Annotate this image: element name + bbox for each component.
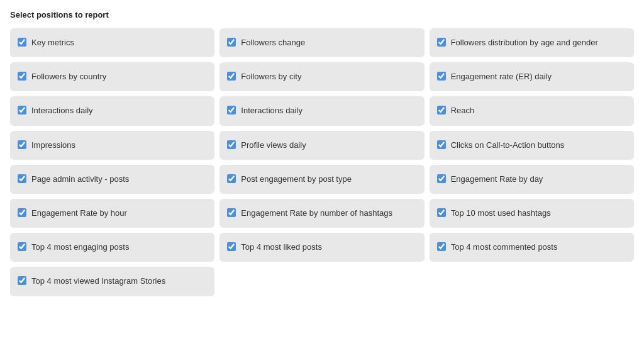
- label-top-4-stories: Top 4 most viewed Instagram Stories: [31, 276, 165, 287]
- checkbox-item-top-10-hashtags[interactable]: Top 10 most used hashtags: [430, 199, 634, 228]
- label-followers-by-country: Followers by country: [31, 71, 106, 82]
- checkbox-item-impressions[interactable]: Impressions: [10, 131, 214, 160]
- checkbox-clicks-cta[interactable]: [437, 140, 446, 149]
- page-title: Select positions to report: [10, 10, 634, 20]
- checkbox-top-4-commented[interactable]: [437, 242, 446, 251]
- checkbox-engagement-rate-daily[interactable]: [437, 72, 446, 81]
- checkbox-item-key-metrics[interactable]: Key metrics: [10, 28, 214, 57]
- checkbox-reach[interactable]: [437, 106, 446, 114]
- checkbox-followers-by-city[interactable]: [227, 72, 236, 81]
- checkbox-item-page-admin-activity[interactable]: Page admin activity - posts: [10, 165, 214, 194]
- checkbox-interactions-daily-2[interactable]: [227, 106, 236, 114]
- checkbox-engagement-rate-hour[interactable]: [18, 208, 26, 217]
- checkbox-item-engagement-rate-hashtags[interactable]: Engagement Rate by number of hashtags: [219, 199, 424, 228]
- label-interactions-daily-1: Interactions daily: [31, 105, 93, 116]
- label-profile-views-daily: Profile views daily: [241, 140, 306, 151]
- checkbox-key-metrics[interactable]: [18, 38, 26, 47]
- checkbox-impressions[interactable]: [18, 140, 26, 149]
- checkbox-top-4-stories[interactable]: [18, 276, 26, 285]
- label-engagement-rate-day: Engagement Rate by day: [451, 174, 543, 185]
- checkbox-item-post-engagement-type[interactable]: Post engagement by post type: [219, 165, 424, 194]
- checkbox-item-top-4-liked[interactable]: Top 4 most liked posts: [219, 233, 424, 262]
- label-followers-by-city: Followers by city: [241, 71, 301, 82]
- checkbox-item-followers-change[interactable]: Followers change: [219, 28, 424, 57]
- label-engagement-rate-daily: Engagement rate (ER) daily: [451, 71, 552, 82]
- checkbox-item-top-4-engaging[interactable]: Top 4 most engaging posts: [10, 233, 214, 262]
- label-post-engagement-type: Post engagement by post type: [241, 174, 352, 185]
- checkbox-engagement-rate-day[interactable]: [437, 174, 446, 183]
- label-followers-change: Followers change: [241, 37, 305, 48]
- checkbox-item-followers-by-country[interactable]: Followers by country: [10, 62, 214, 91]
- checkbox-item-engagement-rate-hour[interactable]: Engagement Rate by hour: [10, 199, 214, 228]
- checkbox-item-engagement-rate-day[interactable]: Engagement Rate by day: [430, 165, 634, 194]
- checkbox-item-interactions-daily-1[interactable]: Interactions daily: [10, 96, 214, 125]
- label-reach: Reach: [451, 105, 475, 116]
- label-key-metrics: Key metrics: [31, 37, 74, 48]
- checkbox-engagement-rate-hashtags[interactable]: [227, 208, 236, 217]
- checkbox-top-4-engaging[interactable]: [18, 242, 26, 251]
- label-clicks-cta: Clicks on Call-to-Action buttons: [451, 140, 565, 151]
- checkbox-followers-by-country[interactable]: [18, 72, 26, 81]
- checkbox-top-4-liked[interactable]: [227, 242, 236, 251]
- checkbox-followers-distribution[interactable]: [437, 38, 446, 47]
- checkbox-item-followers-distribution[interactable]: Followers distribution by age and gender: [430, 28, 634, 57]
- label-top-4-engaging: Top 4 most engaging posts: [31, 242, 129, 253]
- checkbox-item-clicks-cta[interactable]: Clicks on Call-to-Action buttons: [430, 131, 634, 160]
- label-top-4-commented: Top 4 most commented posts: [451, 242, 558, 253]
- checkbox-interactions-daily-1[interactable]: [18, 106, 26, 114]
- positions-grid: Key metricsFollowers changeFollowers dis…: [10, 28, 634, 296]
- checkbox-item-engagement-rate-daily[interactable]: Engagement rate (ER) daily: [430, 62, 634, 91]
- checkbox-item-followers-by-city[interactable]: Followers by city: [219, 62, 424, 91]
- label-top-4-liked: Top 4 most liked posts: [241, 242, 322, 253]
- label-followers-distribution: Followers distribution by age and gender: [451, 37, 598, 48]
- checkbox-followers-change[interactable]: [227, 38, 236, 47]
- checkbox-top-10-hashtags[interactable]: [437, 208, 446, 217]
- checkbox-item-reach[interactable]: Reach: [430, 96, 634, 125]
- checkbox-item-profile-views-daily[interactable]: Profile views daily: [219, 131, 424, 160]
- label-engagement-rate-hashtags: Engagement Rate by number of hashtags: [241, 208, 392, 219]
- label-interactions-daily-2: Interactions daily: [241, 105, 303, 116]
- label-engagement-rate-hour: Engagement Rate by hour: [31, 208, 127, 219]
- checkbox-item-top-4-commented[interactable]: Top 4 most commented posts: [430, 233, 634, 262]
- checkbox-post-engagement-type[interactable]: [227, 174, 236, 183]
- checkbox-profile-views-daily[interactable]: [227, 140, 236, 149]
- label-page-admin-activity: Page admin activity - posts: [31, 174, 129, 185]
- checkbox-page-admin-activity[interactable]: [18, 174, 26, 183]
- checkbox-item-interactions-daily-2[interactable]: Interactions daily: [219, 96, 424, 125]
- checkbox-item-top-4-stories[interactable]: Top 4 most viewed Instagram Stories: [10, 267, 214, 296]
- label-impressions: Impressions: [31, 140, 75, 151]
- label-top-10-hashtags: Top 10 most used hashtags: [451, 208, 551, 219]
